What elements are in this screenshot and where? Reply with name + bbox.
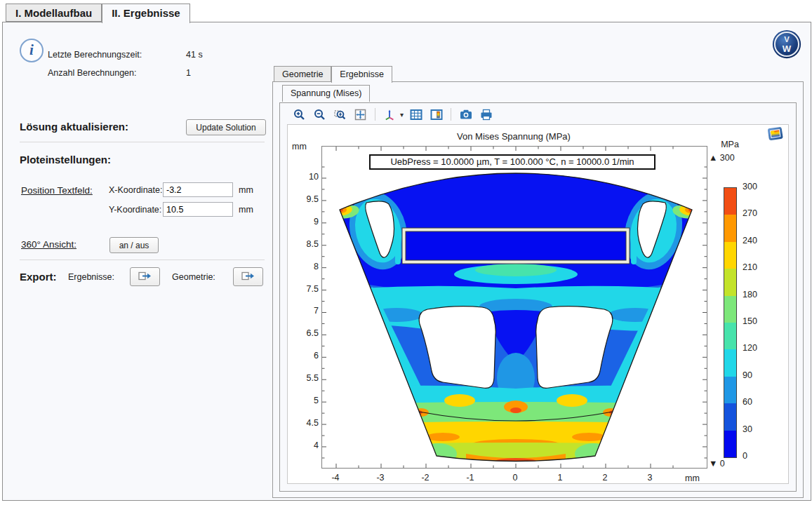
colorbar-band bbox=[724, 188, 736, 215]
colorbar-band bbox=[724, 403, 736, 430]
divider bbox=[20, 260, 265, 260]
calc-count-value: 1 bbox=[186, 68, 191, 78]
plot-tab-bar: Spannung (Mises) bbox=[282, 85, 370, 102]
x-tick-label: 0 bbox=[504, 473, 526, 483]
export-results-label: Ergebnisse: bbox=[68, 272, 114, 282]
zoom-out-icon[interactable] bbox=[312, 107, 328, 122]
y-tick-label: 6.5 bbox=[292, 328, 319, 338]
svg-text:V: V bbox=[784, 35, 790, 43]
export-results-button[interactable] bbox=[130, 267, 160, 286]
y-coordinate-label: Y-Koordinate: bbox=[109, 205, 161, 215]
colorbar-band bbox=[724, 269, 736, 295]
chevron-down-icon[interactable]: ▾ bbox=[400, 111, 404, 119]
y-tick-label: 8 bbox=[292, 262, 319, 271]
plot-title: Von Mises Spannung (MPa) bbox=[321, 131, 706, 142]
y-tick-label: 6 bbox=[292, 351, 319, 361]
x-tick-label: 2 bbox=[594, 473, 616, 483]
y-tick-label: 8.5 bbox=[292, 239, 319, 249]
view-orientation-icon[interactable] bbox=[382, 107, 398, 122]
colorbar-tick-label: 210 bbox=[743, 262, 757, 272]
tab-ergebnisse-graphics[interactable]: Ergebnisse bbox=[331, 66, 392, 83]
info-icon: i bbox=[20, 39, 44, 62]
export-heading: Export: bbox=[20, 271, 57, 283]
colorbar-tick-label: 300 bbox=[743, 182, 757, 191]
colorbar-band bbox=[724, 296, 736, 323]
snapshot-icon[interactable] bbox=[458, 107, 474, 122]
colorbar-tick-label: 240 bbox=[743, 236, 757, 245]
x-unit-label: mm bbox=[239, 185, 253, 195]
zoom-in-icon[interactable] bbox=[291, 107, 307, 122]
colorbar bbox=[724, 187, 737, 458]
toolbar-separator bbox=[375, 108, 375, 121]
tab-geometrie[interactable]: Geometrie bbox=[274, 66, 331, 82]
y-tick-label: 7.5 bbox=[292, 284, 319, 294]
color-legend-icon[interactable] bbox=[428, 107, 444, 122]
print-icon[interactable] bbox=[478, 107, 494, 122]
main-tab-bar: I. ModellaufbauII. Ergebnisse bbox=[6, 4, 190, 23]
vw-logo: V W bbox=[772, 29, 801, 62]
colorbar-tick-label: 120 bbox=[743, 343, 757, 353]
colorbar-band bbox=[724, 242, 736, 269]
colorbar-band bbox=[724, 349, 736, 376]
tab-ergebnisse[interactable]: II. Ergebnisse bbox=[102, 4, 190, 23]
colorbar-tick-label: 150 bbox=[743, 316, 757, 326]
x-axis-unit: mm bbox=[685, 473, 713, 483]
graphics-canvas[interactable]: Von Mises Spannung (MPa) mm bbox=[287, 124, 789, 484]
graphics-toolbar: ▾ bbox=[287, 105, 789, 123]
colorbar-band bbox=[724, 377, 736, 403]
y-coordinate-input[interactable] bbox=[163, 202, 233, 217]
text-position-label: Position Textfeld: bbox=[21, 185, 93, 196]
export-icon bbox=[138, 271, 152, 283]
calc-time-label: Letzte Berechnungszeit: bbox=[48, 50, 142, 60]
divider bbox=[20, 142, 265, 142]
graphics-tab-bar: GeometrieErgebnisse bbox=[274, 66, 392, 83]
colorbar-tick-label: 180 bbox=[743, 290, 757, 299]
x-tick-label: 1 bbox=[549, 473, 571, 483]
x-tick-label: -4 bbox=[324, 473, 347, 483]
x-tick-label: -2 bbox=[414, 473, 437, 483]
app-window: I. ModellaufbauII. Ergebnisse V W i Letz… bbox=[0, 0, 812, 505]
y-tick-label: 9 bbox=[292, 217, 319, 227]
colorbar-tick-label: 270 bbox=[743, 208, 757, 218]
y-unit-label: mm bbox=[239, 205, 253, 215]
zoom-extents-icon[interactable] bbox=[352, 107, 368, 122]
y-tick-label: 7 bbox=[292, 306, 319, 316]
update-solution-heading: Lösung aktualisieren: bbox=[20, 121, 128, 133]
svg-text:W: W bbox=[783, 43, 792, 54]
view-360-toggle-button[interactable]: an / aus bbox=[109, 237, 159, 253]
plot-window-icon[interactable] bbox=[767, 126, 785, 144]
colorbar-unit: MPa bbox=[714, 140, 745, 149]
colorbar-tick-label: 0 bbox=[743, 451, 747, 461]
y-tick-label: 10 bbox=[292, 172, 319, 182]
x-coordinate-label: X-Koordinate: bbox=[109, 185, 162, 195]
export-geometry-label: Geometrie: bbox=[172, 272, 215, 282]
grid-icon[interactable] bbox=[408, 107, 424, 122]
toolbar-separator bbox=[451, 108, 451, 121]
y-tick-label: 5 bbox=[292, 396, 319, 405]
x-coordinate-input[interactable] bbox=[163, 182, 233, 197]
view-360-label: 360° Ansicht: bbox=[21, 239, 76, 250]
colorbar-band bbox=[724, 431, 736, 457]
colorbar-tick-label: 60 bbox=[743, 397, 752, 407]
tab-spannung-mises[interactable]: Spannung (Mises) bbox=[282, 85, 370, 102]
parameter-annotation: UebPress = 10.0000 µm, T = 100.000 °C, n… bbox=[369, 154, 655, 170]
x-tick-label: -3 bbox=[369, 473, 392, 483]
x-tick-label: 3 bbox=[639, 473, 661, 483]
y-tick-label: 9.5 bbox=[292, 194, 319, 204]
update-solution-button[interactable]: Update Solution bbox=[186, 119, 266, 135]
y-tick-label: 5.5 bbox=[292, 373, 319, 383]
calc-count-label: Anzahl Berechnungen: bbox=[48, 68, 136, 78]
tab-modellaufbau[interactable]: I. Modellaufbau bbox=[6, 4, 102, 22]
colorbar-band bbox=[724, 323, 736, 349]
export-geometry-button[interactable] bbox=[233, 267, 263, 286]
plot-settings-heading: Ploteinstellungen: bbox=[20, 154, 111, 166]
colorbar-under-marker: ▼ 0 bbox=[709, 459, 725, 469]
plot-area[interactable] bbox=[321, 146, 707, 469]
colorbar-band bbox=[724, 215, 736, 241]
x-tick-label: -1 bbox=[459, 473, 481, 483]
y-axis-unit: mm bbox=[292, 142, 307, 152]
colorbar-over-marker: ▲ 300 bbox=[709, 153, 735, 163]
zoom-box-icon[interactable] bbox=[332, 107, 348, 122]
colorbar-tick-label: 30 bbox=[743, 424, 752, 434]
y-tick-label: 4 bbox=[292, 440, 319, 450]
